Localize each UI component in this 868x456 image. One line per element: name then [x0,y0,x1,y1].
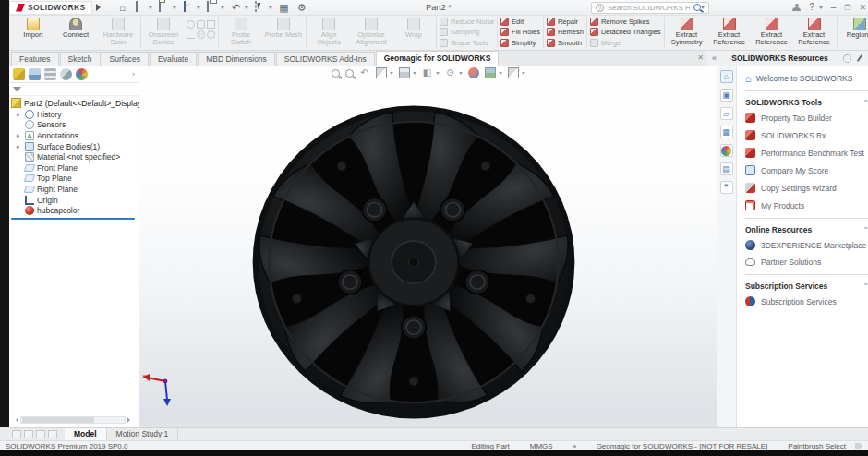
section-header-tools[interactable]: SOLIDWORKS Tools ⌃ [745,98,868,107]
pane-options-gear-icon[interactable] [843,54,851,63]
home-icon[interactable]: ⌂ [117,2,128,13]
ribbon-button[interactable]: Hardware Scan Options [97,17,139,48]
hubcap-model[interactable] [250,103,577,421]
zoom-to-area-icon[interactable] [345,69,354,78]
design-library-tab-icon[interactable]: ▣ [720,89,733,102]
graphics-viewport[interactable]: ↶ ◧ ⊙ [139,66,717,427]
search-box[interactable]: ? Search SOLIDWORKS Help [591,2,709,14]
feature-tree-item[interactable]: ▸ Surface Bodies(1) [9,141,139,152]
forum-tab-icon[interactable]: ❞ [720,181,733,194]
tree-root-item[interactable]: Part2 (Default<<Default>_Display S [9,96,139,109]
manager-tabs-more-icon[interactable]: › [132,70,135,78]
resource-link[interactable]: SOLIDWORKS Rx [745,130,868,140]
save-icon[interactable] [184,1,186,12]
select-icon[interactable] [255,1,257,12]
ribbon-button[interactable]: Probe Mesh [262,17,305,40]
restore-button[interactable] [844,3,850,13]
last-tab-icon[interactable] [48,430,57,438]
ribbon-button[interactable]: Merge [590,39,661,47]
ribbon-button[interactable]: Detached Triangles [590,28,661,36]
first-tab-icon[interactable] [12,430,21,438]
settings-gear-icon[interactable]: ⚙ [296,2,307,13]
collapse-chevron-icon[interactable]: ⌃ [862,282,868,291]
ribbon-button[interactable]: Fill Holes [500,28,540,36]
select-caret-icon[interactable] [269,6,272,9]
display-style-caret-icon[interactable] [436,72,440,75]
menu-flyout-arrow-icon[interactable] [96,4,101,11]
tag-icon[interactable] [855,443,862,449]
view-orientation-icon[interactable] [399,67,410,78]
ribbon-button[interactable]: Extract Reference Point [793,17,836,48]
search-caret-icon[interactable] [701,6,705,9]
ribbon-button[interactable]: Extract Reference Axis [751,17,793,48]
command-tab[interactable]: SOLIDWORKS Add-Ins [276,52,375,66]
unit-system[interactable]: MMGS [530,442,553,450]
search-icon[interactable] [693,4,701,11]
study-tab[interactable]: Model [65,428,107,440]
expander-icon[interactable]: ▸ [17,143,22,150]
ribbon-button[interactable]: Remesh [547,28,584,36]
view-palette-tab-icon[interactable]: ▦ [720,126,733,138]
options-grid-icon[interactable]: ▦ [279,2,290,13]
feature-tree-item[interactable]: ▸ hubcapcolor [9,205,139,216]
resource-link[interactable]: Partner Solutions [745,258,868,267]
expander-icon[interactable]: ▸ [17,111,22,118]
ribbon-button[interactable]: Sampling [440,28,494,36]
ribbon-button[interactable]: Onscreen Device [142,17,185,48]
featuremanager-tab-icon[interactable] [13,68,25,80]
scroll-left-icon[interactable] [13,417,18,423]
ribbon-button[interactable]: Smooth [547,39,584,47]
next-tab-icon[interactable] [36,430,45,438]
user-account-icon[interactable] [792,4,801,12]
ribbon-button[interactable]: Simplify [500,39,540,47]
resource-link[interactable]: Property Tab Builder [745,113,868,123]
help-caret-icon[interactable] [819,6,823,9]
command-tab[interactable]: MBD Dimensions [198,52,275,66]
save-caret-icon[interactable] [197,6,200,9]
ribbon-button[interactable]: Reduce Noise [440,18,494,26]
ribbon-button[interactable]: Edit [500,18,540,26]
undo-caret-icon[interactable] [245,6,248,9]
open-caret-icon[interactable] [173,6,176,9]
command-tab[interactable]: Geomagic for SOLIDWORKS [376,51,500,66]
configurationmanager-tab-icon[interactable] [44,68,56,80]
feature-tree-item[interactable]: ▸ Sensors [9,120,139,131]
scene-caret-icon[interactable] [499,72,502,75]
ribbon-button[interactable]: Align Objects [307,17,350,48]
open-document-icon[interactable] [159,1,161,12]
appearances-tab-icon[interactable] [720,144,733,157]
propertymanager-tab-icon[interactable] [29,68,41,80]
view-settings-icon[interactable] [508,67,519,78]
filter-funnel-icon[interactable] [13,87,21,91]
ribbon-button[interactable]: Optimize Alignment [350,17,392,48]
display-style-icon[interactable]: ◧ [422,67,433,78]
close-button[interactable] [859,3,866,12]
feature-tree-item[interactable]: ▸ Top Plane [9,174,139,185]
ribbon-button[interactable]: Shape Tools [440,39,494,47]
ribbon-button[interactable]: Connect [54,17,97,40]
feature-tree-item[interactable]: ▸ Front Plane [9,162,139,174]
resource-link[interactable]: Copy Settings Wizard [745,183,868,193]
custom-properties-tab-icon[interactable]: ▤ [720,162,733,175]
scrollbar-thumb[interactable] [22,417,94,423]
section-view-icon[interactable] [376,67,387,78]
orientation-caret-icon[interactable] [413,72,416,75]
command-tab[interactable]: Surfaces [102,52,150,66]
new-document-icon[interactable] [136,1,138,12]
feature-tree-item[interactable]: ▸ Annotations [9,130,139,141]
minimize-button[interactable] [831,3,837,12]
ribbon-button[interactable]: Regions [838,17,868,40]
welcome-link[interactable]: ⌂ Welcome to SOLIDWORKS [745,74,868,83]
rollback-bar[interactable] [11,218,135,220]
print-caret-icon[interactable] [221,6,224,9]
feature-tree-item[interactable]: ▸ History [9,109,139,120]
undo-icon[interactable]: ↶ [231,2,242,13]
feature-tree-item[interactable]: ▸ Right Plane [9,184,139,195]
displaymanager-tab-icon[interactable] [76,68,88,80]
collapse-chevron-icon[interactable]: ⌃ [862,99,868,107]
study-tab[interactable]: Motion Study 1 [107,428,179,440]
zoom-to-fit-icon[interactable] [332,69,340,78]
ribbon-button[interactable]: Remove Spikes [590,18,661,26]
expander-icon[interactable]: ▸ [17,132,22,139]
resource-link[interactable]: Subscription Services [745,296,868,306]
